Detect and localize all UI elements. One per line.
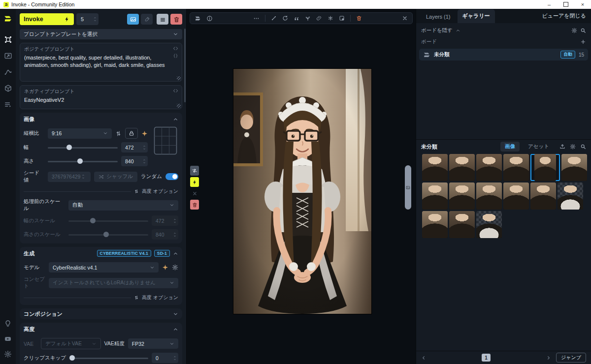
gallery-thumbnail[interactable]: [422, 211, 448, 238]
boards-search-icon[interactable]: [580, 28, 586, 33]
positive-prompt-box[interactable]: ポジティブプロンプト (masterpiece, best quality, s…: [20, 43, 182, 82]
concept-select[interactable]: インストールされているLoRAはありません: [49, 278, 178, 288]
use-all-icon[interactable]: [316, 15, 322, 21]
prompt-template-select[interactable]: プロンプトテンプレートを選択: [20, 29, 182, 39]
add-board-icon[interactable]: [580, 39, 586, 45]
panel-scrollbar[interactable]: [184, 29, 186, 102]
tab-layers[interactable]: Layers (1): [421, 11, 456, 23]
gallery-thumbnail[interactable]: [449, 154, 475, 181]
gallery-search-icon[interactable]: [580, 144, 586, 150]
generation-advanced-options[interactable]: 高度 オプション: [24, 294, 178, 301]
upload-icon[interactable]: [559, 144, 565, 150]
hide-boards-button[interactable]: ボードを隠す: [421, 27, 453, 34]
gallery-thumbnail[interactable]: [558, 182, 583, 210]
shuffle-seed-button[interactable]: シャッフル: [94, 172, 137, 182]
edit-image-icon[interactable]: [339, 15, 345, 21]
random-seed-toggle[interactable]: [165, 173, 178, 180]
gallery-settings-icon[interactable]: [570, 144, 576, 150]
cancel-button[interactable]: [190, 188, 199, 198]
use-seed-icon[interactable]: [305, 15, 311, 21]
viewer-mode-button[interactable]: [127, 14, 139, 25]
close-viewer-button[interactable]: ビューアを閉じる: [542, 12, 586, 23]
positive-prompt-value[interactable]: (masterpiece, best quality, super detail…: [24, 54, 172, 69]
seed-input[interactable]: 3767976429: [48, 172, 91, 182]
resize-handle[interactable]: [177, 104, 181, 108]
collapse-icon[interactable]: [173, 327, 178, 332]
remix-icon[interactable]: [282, 15, 288, 21]
settings-gear-icon[interactable]: [2, 348, 14, 360]
gallery-thumbnail[interactable]: [503, 154, 529, 181]
model-sparkle-icon[interactable]: [162, 264, 168, 271]
image-advanced-options[interactable]: 高度 オプション: [24, 188, 178, 195]
gallery-thumbnail[interactable]: [422, 154, 448, 181]
gallery-thumbnail[interactable]: [476, 154, 502, 181]
resize-handle[interactable]: [177, 76, 181, 80]
vae-precision-select[interactable]: FP32: [128, 338, 178, 349]
collapse-icon[interactable]: [173, 117, 178, 122]
tab-workflows[interactable]: [2, 66, 14, 78]
optimize-size-icon[interactable]: [141, 130, 148, 137]
panel-menu-button[interactable]: [157, 14, 168, 25]
gallery-thumbnail[interactable]: [476, 211, 502, 238]
composition-section[interactable]: コンポジション: [20, 308, 182, 319]
gallery-thumbnail[interactable]: [561, 154, 587, 181]
height-input[interactable]: 840: [121, 156, 148, 166]
negative-prompt-value[interactable]: EasyNegativeV2: [24, 96, 178, 104]
canvas-mode-button[interactable]: [141, 14, 153, 25]
negative-prompt-box[interactable]: ネガティブプロンプト EasyNegativeV2: [20, 85, 182, 109]
queue-count-stepper[interactable]: 5: [76, 13, 98, 25]
board-item-uncategorized[interactable]: 未分類 自動 15: [419, 49, 588, 61]
maximize-button[interactable]: [558, 0, 574, 9]
delete-button[interactable]: [170, 14, 182, 25]
info-icon[interactable]: [206, 15, 213, 22]
use-params-icon[interactable]: [328, 15, 333, 21]
gallery-thumbnail[interactable]: [530, 154, 560, 181]
use-size-icon[interactable]: [271, 15, 277, 21]
video-tutorials-icon[interactable]: [2, 333, 14, 345]
clip-skip-slider[interactable]: [70, 354, 148, 363]
gallery-thumbnail[interactable]: [530, 182, 556, 210]
tab-upscaling[interactable]: [2, 50, 14, 62]
invoke-quick-button[interactable]: [190, 177, 199, 187]
braces-icon[interactable]: [173, 53, 178, 59]
prescale-select[interactable]: 自動: [68, 200, 178, 211]
use-prompt-icon[interactable]: [294, 15, 299, 21]
invoke-button[interactable]: Invoke: [20, 13, 74, 25]
more-options-icon[interactable]: [253, 15, 260, 22]
width-slider[interactable]: [48, 143, 118, 152]
width-input[interactable]: 472: [121, 142, 148, 152]
gallery-thumbnail[interactable]: [503, 182, 529, 210]
tab-canvas[interactable]: [2, 34, 14, 46]
gallery-thumbnail[interactable]: [449, 211, 475, 238]
viewer-drag-handle[interactable]: [405, 165, 411, 210]
model-select[interactable]: CyberRealistic v4.1: [49, 262, 159, 273]
clear-queue-button[interactable]: [190, 200, 199, 210]
code-icon[interactable]: [173, 88, 178, 93]
gallery-thumbnail[interactable]: [476, 182, 502, 210]
delete-image-icon[interactable]: [356, 15, 362, 21]
close-button[interactable]: ×: [574, 0, 591, 9]
aspect-ratio-select[interactable]: 9:16: [48, 128, 112, 139]
gallery-thumbnail[interactable]: [422, 182, 448, 210]
collapse-icon[interactable]: [173, 251, 178, 256]
model-settings-icon[interactable]: [172, 264, 178, 271]
tab-gallery[interactable]: ギャラリー: [458, 9, 495, 23]
gallery-thumbnail[interactable]: [449, 182, 475, 210]
tab-images[interactable]: 画像: [500, 142, 520, 152]
minimize-button[interactable]: –: [541, 0, 558, 9]
support-icon[interactable]: [2, 318, 14, 330]
jump-button[interactable]: ジャンプ: [556, 353, 586, 363]
tab-queue[interactable]: [2, 99, 14, 111]
boards-settings-icon[interactable]: [571, 28, 577, 33]
tab-models[interactable]: [2, 83, 14, 94]
generated-image[interactable]: [233, 69, 371, 314]
prev-page-icon[interactable]: [421, 355, 427, 361]
compare-button[interactable]: [190, 166, 199, 176]
swap-dimensions-icon[interactable]: [115, 130, 122, 137]
lock-aspect-button[interactable]: [125, 128, 138, 139]
clip-skip-input[interactable]: 0: [152, 353, 178, 363]
close-viewer-icon[interactable]: [402, 15, 408, 21]
code-icon[interactable]: [173, 46, 178, 51]
tab-assets[interactable]: アセット: [524, 142, 554, 152]
height-slider[interactable]: [48, 157, 118, 166]
